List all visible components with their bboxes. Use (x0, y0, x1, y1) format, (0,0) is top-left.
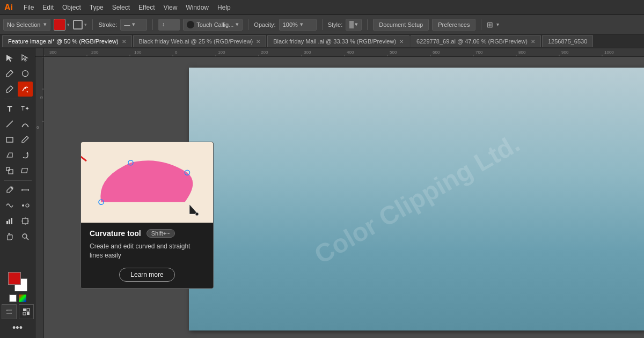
none-swatch[interactable] (9, 295, 17, 302)
style-dropdown[interactable]: ▾ (346, 19, 362, 31)
opacity-dropdown[interactable]: 100% ▾ (279, 19, 317, 31)
tool-row-brush (2, 82, 33, 97)
watermark: Color Clipping Ltd. (309, 128, 525, 270)
stroke-color[interactable] (73, 20, 83, 30)
brush-dropdown[interactable]: Touch Callig... ▾ (183, 19, 243, 31)
foreground-color-swatch[interactable] (8, 272, 21, 285)
rotate-tool[interactable] (18, 148, 33, 163)
selection-tool[interactable] (2, 50, 17, 65)
learn-more-button[interactable]: Learn more (119, 268, 174, 282)
menu-edit[interactable]: Edit (42, 4, 54, 11)
direct-selection-tool[interactable] (18, 50, 33, 65)
tool-row-line (2, 116, 33, 131)
rectangle-tool[interactable] (2, 132, 17, 147)
paintbrush-tool[interactable] (2, 82, 17, 97)
lasso-tool[interactable] (18, 66, 33, 81)
artboard-tool[interactable] (18, 214, 33, 229)
document-setup-button[interactable]: Document Setup (373, 19, 429, 31)
tool-sep-2 (4, 180, 32, 181)
svg-rect-6 (21, 168, 27, 173)
svg-text:900: 900 (561, 50, 569, 55)
column-graph-tool[interactable] (2, 214, 17, 229)
line-tool[interactable] (2, 116, 17, 131)
arrange-icon[interactable]: ⊞ (487, 20, 493, 29)
tab-feature-image[interactable]: Feature image.ai* @ 50 % (RGB/Preview) ✕ (2, 35, 132, 47)
main-area: T T✦ (0, 48, 644, 338)
scale-tool[interactable] (2, 163, 17, 178)
svg-rect-2 (6, 137, 13, 142)
svg-text:200: 200 (261, 50, 268, 55)
menu-help[interactable]: Help (217, 4, 231, 11)
stroke-chevron: ▾ (84, 22, 87, 27)
svg-text:500: 500 (390, 50, 397, 55)
svg-text:5: 5 (39, 96, 44, 99)
tool-row-selection (2, 50, 33, 65)
fg-bg-swatches (8, 272, 27, 291)
stroke-value[interactable]: — ▾ (120, 19, 147, 31)
toolbar-separator-6 (481, 19, 481, 30)
eyedropper-tool[interactable] (2, 182, 17, 197)
tab-1256875[interactable]: 1256875_6530 (542, 35, 593, 47)
menu-view[interactable]: View (164, 4, 178, 11)
zoom-tool[interactable] (18, 229, 33, 244)
tool-row-warp (2, 198, 33, 213)
curvature-tool[interactable] (18, 82, 33, 97)
menu-bar: Ai File Edit Object Type Select Effect V… (0, 0, 644, 15)
ruler-corner (35, 48, 44, 57)
opacity-label: Opacity: (254, 21, 275, 28)
shear-tool[interactable] (18, 163, 33, 178)
canvas-background[interactable]: Color Clipping Ltd. (44, 57, 644, 338)
gradient-swatch[interactable] (19, 295, 26, 302)
eraser-tool[interactable] (2, 148, 17, 163)
more-tools-btn[interactable]: ••• (12, 322, 23, 334)
tool-row-type: T T✦ (2, 101, 33, 116)
blend-tool[interactable] (18, 198, 33, 213)
toolbar-separator-3 (248, 19, 248, 30)
svg-text:1000: 1000 (604, 50, 614, 55)
close-tab-1[interactable]: ✕ (256, 39, 260, 45)
close-tab-2[interactable]: ✕ (399, 39, 404, 45)
arrange-chevron: ▾ (496, 21, 499, 27)
swap-colors-btn[interactable] (2, 304, 17, 319)
pattern-fill-btn[interactable] (19, 304, 34, 319)
svg-rect-26 (27, 312, 30, 315)
tab-black-friday-mail[interactable]: Black friday Mail .ai @ 33.33 % (RGB/Pre… (267, 35, 409, 47)
selection-dropdown[interactable]: No Selection ▾ (3, 19, 50, 31)
tab-6229778[interactable]: 6229778_69.ai @ 47.06 % (RGB/Preview) ✕ (411, 35, 541, 47)
menu-window[interactable]: Window (186, 4, 209, 11)
fill-color[interactable] (54, 19, 65, 31)
menu-effect[interactable]: Effect (138, 4, 155, 11)
menu-select[interactable]: Select (112, 4, 130, 11)
fill-chevron: ▾ (67, 22, 70, 27)
tool-row-pen (2, 66, 33, 81)
pen-tool[interactable] (2, 66, 17, 81)
arc-tool[interactable] (18, 116, 33, 131)
warp-tool[interactable] (2, 198, 17, 213)
svg-text:400: 400 (347, 50, 354, 55)
menu-file[interactable]: File (24, 4, 34, 11)
svg-point-11 (22, 204, 24, 207)
pencil-tool[interactable] (18, 132, 33, 147)
tab-black-friday-web[interactable]: Black friday Web.ai @ 25 % (RGB/Preview)… (133, 35, 267, 47)
shortcut-badge: Shift+~ (147, 229, 175, 238)
svg-rect-23 (23, 308, 26, 311)
close-tab-3[interactable]: ✕ (531, 39, 535, 45)
svg-point-21 (23, 234, 27, 238)
menu-object[interactable]: Object (62, 4, 81, 11)
stroke-weight[interactable]: ↕ (158, 19, 180, 31)
toolbar-separator-5 (367, 19, 368, 30)
style-label: Style: (328, 21, 343, 28)
type-tool[interactable]: T (2, 101, 17, 116)
svg-text:300: 300 (49, 50, 57, 55)
hand-tool[interactable] (2, 229, 17, 244)
svg-text:600: 600 (433, 50, 440, 55)
touch-type-tool[interactable]: T✦ (18, 101, 33, 116)
svg-text:200: 200 (91, 50, 99, 55)
close-tab-0[interactable]: ✕ (122, 39, 126, 45)
measure-tool[interactable] (18, 182, 33, 197)
preferences-button[interactable]: Preferences (432, 19, 475, 31)
tooltip-content: Curvature tool Shift+~ Create and edit c… (81, 223, 213, 288)
curvature-preview-shape (89, 153, 202, 212)
menu-type[interactable]: Type (90, 4, 104, 11)
dropdown-chevron: ▾ (43, 21, 47, 28)
